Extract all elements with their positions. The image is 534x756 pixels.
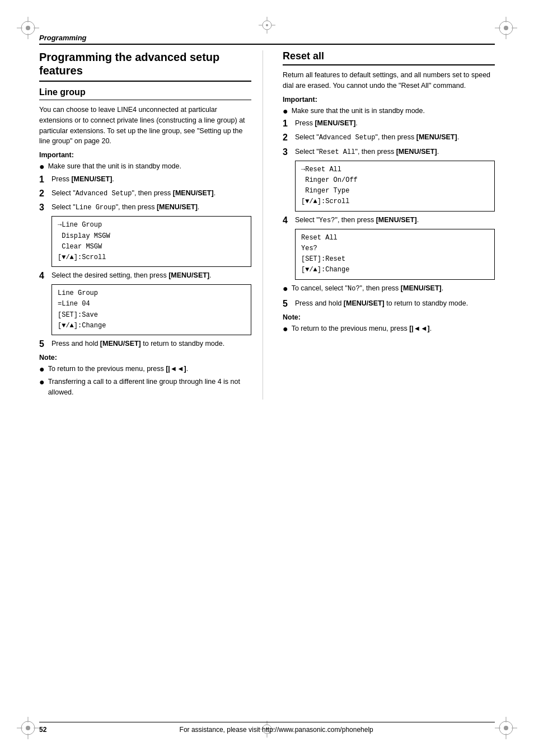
right-step-text-2: Select "Advanced Setup", then press [MEN… [295,132,495,143]
left-step-text-4: Select the desired setting, then press [… [51,270,251,281]
left-note-text-2: Transferring a call to a different line … [48,377,251,398]
left-step-1: 1 Press [MENU/SET]. [39,174,251,185]
right-step-num-3: 3 [283,147,295,157]
right-step-num-1: 1 [283,118,295,129]
right-step-text-4: Select "Yes?", then press [MENU/SET]. [295,215,495,226]
left-step-text-5: Press and hold [MENU/SET] to return to s… [51,339,251,349]
corner-mark-tr [495,17,517,39]
right-important-bullet-1: ● Make sure that the unit is in standby … [283,106,495,116]
right-step-num-2: 2 [283,132,295,143]
svg-point-19 [504,726,508,730]
right-cancel-bullet: ● To cancel, select "No?", then press [M… [283,283,495,294]
right-step-text-1: Press [MENU/SET]. [295,118,495,129]
left-step-text-2: Select "Advanced Setup", then press [MEN… [51,188,251,199]
left-step-text-1: Press [MENU/SET]. [51,174,251,185]
left-step-4: 4 Select the desired setting, then press… [39,270,251,281]
right-step-4: 4 Select "Yes?", then press [MENU/SET]. [283,215,495,226]
main-title: Programming the advanced setup features [39,50,251,82]
left-step-num-2: 2 [39,188,51,199]
left-display-box-2: Line Group =Line 04 [SET]:Save [▼/▲]:Cha… [51,284,251,335]
line-group-intro: You can choose to leave LINE4 unconnecte… [39,105,251,147]
left-note-bullet-1: ● To return to the previous menu, press … [39,364,251,374]
bullet-icon-note-1: ● [39,365,45,374]
right-step-3: 3 Select "Reset All", then press [MENU/S… [283,147,495,157]
right-step-num-4: 4 [283,215,295,226]
right-note-label: Note: [283,313,495,321]
left-important-label: Important: [39,151,251,159]
corner-mark-br [495,717,517,739]
right-note-bullet-1: ● To return to the previous menu, press … [283,323,495,334]
left-note-label: Note: [39,354,251,361]
svg-point-25 [266,24,268,26]
corner-mark-tl [17,17,39,39]
right-important-text-1: Make sure that the unit is in standby mo… [292,106,425,116]
right-step-text-3: Select "Reset All", then press [MENU/SET… [295,147,495,157]
footer-text: For assistance, please visit http://www.… [58,726,495,734]
right-display-box-2: Reset All Yes? [SET]:Reset [▼/▲]:Change [295,229,495,280]
svg-point-13 [26,726,30,730]
left-step-3: 3 Select "Line Group", then press [MENU/… [39,202,251,213]
page: Programming Programming the advanced set… [0,0,534,756]
left-step-num-5: 5 [39,339,51,349]
left-important-bullet-1: ● Make sure that the unit is in standby … [39,161,251,172]
right-step-5: 5 Press and hold [MENU/SET] to return to… [283,298,495,309]
left-step-5: 5 Press and hold [MENU/SET] to return to… [39,339,251,349]
right-step-text-5: Press and hold [MENU/SET] to return to s… [295,298,495,309]
left-step-2: 2 Select "Advanced Setup", then press [M… [39,188,251,199]
header-label: Programming [39,34,87,42]
bullet-icon-note-2: ● [39,378,45,387]
left-important-text-1: Make sure that the unit is in standby mo… [48,161,181,172]
left-note-text-1: To return to the previous menu, press [|… [48,364,189,374]
left-step-num-3: 3 [39,202,51,213]
left-note-bullet-2: ● Transferring a call to a different lin… [39,377,251,398]
svg-point-7 [504,26,508,30]
right-column: Reset all Return all features to default… [280,50,495,400]
corner-mark-bl [17,717,39,739]
left-display-box-1: →Line Group Display MSGW Clear MSGW [▼/▲… [51,216,251,267]
left-step-num-1: 1 [39,174,51,185]
right-step-1: 1 Press [MENU/SET]. [283,118,495,129]
page-header: Programming [39,34,495,45]
right-step-2: 2 Select "Advanced Setup", then press [M… [283,132,495,143]
left-column: Programming the advanced setup features … [39,50,263,400]
right-step-num-5: 5 [283,298,295,309]
page-footer: 52 For assistance, please visit http://w… [39,722,495,734]
right-cancel-text: To cancel, select "No?", then press [MEN… [292,283,444,294]
crosshair-top [259,17,275,35]
bullet-icon-cancel: ● [283,284,288,293]
svg-point-1 [26,26,30,30]
right-note-text-1: To return to the previous menu, press [|… [292,323,432,334]
bullet-icon-rnote-1: ● [283,325,288,334]
reset-all-intro: Return all features to default settings,… [283,70,495,91]
right-important-label: Important: [283,96,495,104]
right-display-box-1: →Reset All Ringer On/Off Ringer Type [▼/… [295,161,495,212]
bullet-icon-1: ● [39,162,45,171]
reset-all-title: Reset all [283,50,495,65]
footer-page-number: 52 [39,726,46,734]
left-step-num-4: 4 [39,270,51,281]
left-step-text-3: Select "Line Group", then press [MENU/SE… [51,202,251,213]
line-group-title: Line group [39,87,251,100]
bullet-icon-r-1: ● [283,107,288,116]
content-columns: Programming the advanced setup features … [39,50,495,400]
